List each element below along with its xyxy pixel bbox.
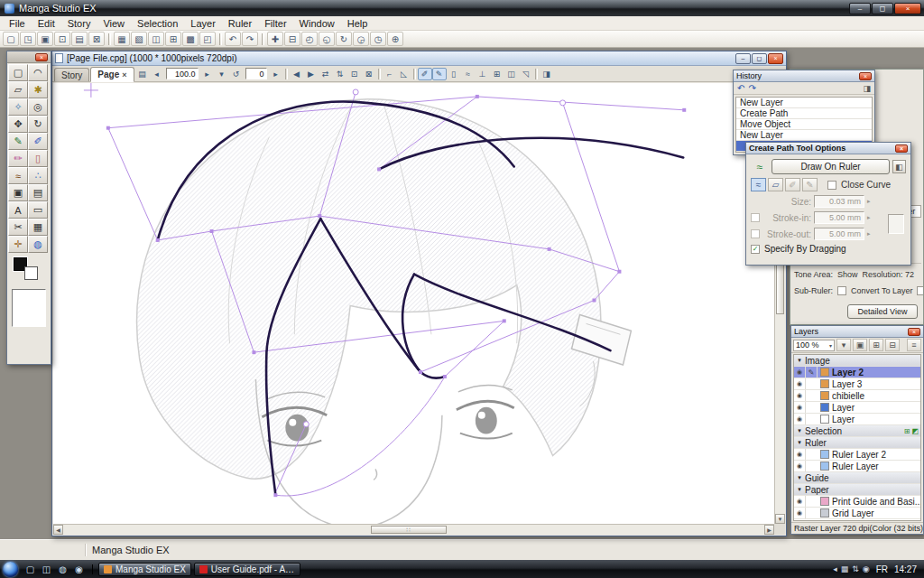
collapse-arrow-icon[interactable]: ▾ [794, 427, 805, 434]
view-mode-icon[interactable]: ▤ [135, 68, 150, 80]
flip-vertical-icon[interactable]: ⇅ [333, 68, 347, 80]
layer-row[interactable]: ▾ ◉ ✎ Layer ⊞ ◩ [794, 414, 920, 425]
zoom-menu-icon[interactable]: ▾ [215, 68, 229, 80]
export-icon[interactable]: ⊠ [88, 32, 105, 46]
visibility-eye-icon[interactable]: ◉ [794, 378, 806, 389]
toolbox-titlebar[interactable]: × [7, 51, 51, 63]
lasso-select-tool[interactable]: ◠ [28, 64, 48, 81]
fill-tool[interactable]: ▣ [8, 184, 28, 201]
airbrush-tool[interactable]: ∴ [28, 167, 48, 184]
layer-row[interactable]: ▾ ◉ ✎ Grid Layer ⊞ ◩ [794, 508, 920, 519]
navigator-palette-icon[interactable]: ◵ [319, 32, 335, 46]
window-switcher-icon[interactable]: ◫ [39, 564, 54, 574]
menu-item[interactable]: File [3, 17, 32, 30]
brush-tool[interactable]: ≈ [8, 167, 28, 184]
panel-toggle-icon[interactable]: ◨ [540, 68, 554, 80]
selection-view-icon[interactable]: ◩ [911, 427, 919, 435]
layer-row[interactable]: ▾ ◉ ✎ Selection ⊞ ◩ [794, 425, 920, 437]
layer-row[interactable]: ▾ ◉ ✎ Layer 2 ⊞ ◩ [794, 367, 920, 378]
polyline-mode-icon[interactable]: ▱ [768, 178, 783, 191]
menu-item[interactable]: Selection [131, 17, 184, 30]
collapse-arrow-icon[interactable]: ▾ [794, 439, 805, 446]
stroke-out-field[interactable]: 5.00 mm [814, 228, 864, 240]
selection-launcher-icon[interactable]: ⌐ [383, 68, 397, 80]
scroll-left-icon[interactable]: ◀ [290, 68, 304, 80]
snap-grid-icon[interactable]: ⊞ [490, 68, 504, 80]
smoothing-icon[interactable]: ≈ [461, 68, 476, 80]
rotation-field[interactable]: 0 [245, 68, 267, 79]
visibility-eye-icon[interactable]: ◉ [794, 508, 806, 518]
convert-to-layer-checkbox[interactable] [837, 286, 846, 295]
history-redo-icon[interactable]: ↷ [748, 83, 755, 93]
selection-add-icon[interactable]: ⊞ [904, 427, 910, 435]
visibility-eye-icon[interactable]: ◉ [794, 414, 806, 424]
layer-row[interactable]: ▾ ◉ ✎ Image ⊞ ◩ [794, 355, 920, 367]
browser-icon[interactable]: ◍ [55, 564, 70, 574]
print-icon[interactable]: ▤ [71, 32, 88, 46]
visibility-eye-icon[interactable]: ◉ [794, 449, 806, 460]
media-player-icon[interactable]: ◉ [71, 564, 87, 574]
eyedropper-tool[interactable]: ✧ [8, 98, 28, 116]
tools-palette-icon[interactable]: ✚ [267, 32, 283, 46]
detailed-view-button[interactable]: Detailed View [847, 304, 918, 319]
vector-eraser-icon[interactable]: ▯ [447, 68, 461, 80]
menu-item[interactable]: View [97, 17, 131, 30]
tray-display-icon[interactable]: ▦ [841, 564, 849, 573]
layers-close-icon[interactable]: × [908, 328, 920, 336]
scissors-tool[interactable]: ✂ [8, 219, 28, 236]
history-item[interactable]: New Layer [736, 98, 872, 108]
pen-tool[interactable]: ✐ [28, 133, 48, 150]
new-page-icon[interactable]: ▢ [3, 32, 19, 46]
taskbar-button[interactable]: Manga Studio EX [98, 563, 191, 576]
tab-close-icon[interactable]: × [122, 70, 126, 79]
pressure-mode-icon[interactable]: ✎ [802, 178, 818, 191]
marker-tool[interactable]: ✏ [8, 150, 28, 167]
document-titlebar[interactable]: [Page File.cpg] (1000 * 1000pixels 720dp… [52, 51, 786, 66]
undo-icon[interactable]: ↶ [225, 32, 241, 46]
scroll-right-icon[interactable]: ▶ [764, 525, 774, 535]
tray-network-icon[interactable]: ⇅ [852, 564, 859, 573]
menu-item[interactable]: Help [341, 17, 374, 30]
layer-row[interactable]: ▾ ◉ ✎ chibielle ⊞ ◩ [794, 390, 920, 402]
visibility-eye-icon[interactable]: ◉ [794, 461, 806, 471]
history-item[interactable]: Create Path [736, 108, 872, 119]
actual-size-icon[interactable]: ⊠ [362, 68, 376, 80]
language-indicator[interactable]: FR [876, 564, 888, 574]
new-folder-icon[interactable]: ▣ [853, 339, 867, 351]
hide-checkbox[interactable] [917, 286, 924, 295]
layer-row[interactable]: ▾ ◉ ✎ Layer 3 ⊞ ◩ [794, 378, 920, 390]
info-palette-icon[interactable]: ◶ [353, 32, 369, 46]
pencil-tool[interactable]: ✎ [8, 133, 28, 150]
zoom-in-icon[interactable]: ▸ [200, 68, 215, 80]
visibility-eye-icon[interactable]: ◉ [794, 390, 806, 401]
delete-layer-icon[interactable]: ⊟ [885, 339, 900, 351]
perspective-icon[interactable]: ◹ [519, 68, 533, 80]
horizontal-scrollbar-thumb[interactable]: ∷ [371, 526, 447, 534]
window-layout-icon[interactable]: ◰ [199, 32, 216, 46]
background-color-swatch[interactable] [24, 266, 38, 280]
console-icon[interactable]: ⊞ [165, 32, 181, 46]
layer-row[interactable]: ▾ ◉ ✎ Paper ⊞ ◩ [794, 484, 920, 496]
collapse-arrow-icon[interactable]: ▾ [794, 357, 805, 364]
size-stepper-icon[interactable]: ▸ [867, 198, 871, 205]
two-page-view-icon[interactable]: ◫ [148, 32, 164, 46]
tray-volume-icon[interactable]: ◉ [863, 564, 870, 573]
stroke-in-stepper-icon[interactable]: ▸ [867, 214, 871, 221]
history-item[interactable]: Move Object [736, 119, 872, 130]
menu-item[interactable]: Layer [184, 17, 222, 30]
scroll-down-icon[interactable]: ▼ [775, 514, 785, 524]
menu-item[interactable]: Edit [32, 17, 61, 30]
tone-tool[interactable]: ▤ [28, 184, 48, 201]
zoom-field[interactable]: 100.0 [166, 68, 199, 79]
history-close-icon[interactable]: × [859, 72, 872, 80]
new-layer-icon[interactable]: ⊞ [869, 339, 883, 351]
visibility-eye-icon[interactable]: ◉ [794, 496, 806, 507]
magic-wand-tool[interactable]: ✱ [28, 81, 48, 98]
color-preview[interactable] [12, 289, 46, 327]
snap-ruler-icon[interactable]: ⊥ [476, 68, 490, 80]
document-tab[interactable]: Page × [90, 67, 134, 82]
layer-row[interactable]: ▾ ◉ ✎ Ruler Layer ⊞ ◩ [794, 461, 920, 472]
draw-on-ruler-button[interactable]: Draw On Ruler [772, 159, 890, 174]
show-option[interactable]: Show [837, 270, 858, 279]
rotate-menu-icon[interactable]: ▸ [269, 68, 283, 80]
